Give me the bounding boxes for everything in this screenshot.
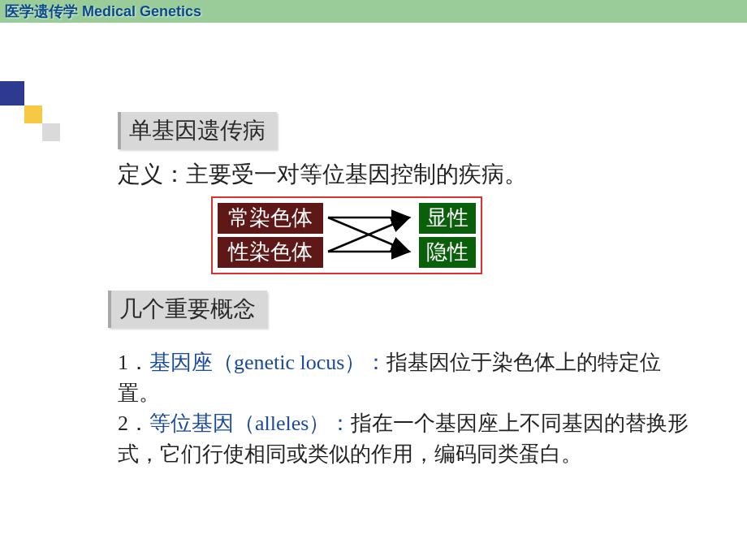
slide-content: 单基因遗传病 定义：主要受一对等位基因控制的疾病。 常染色体 性染色体 (118, 112, 686, 470)
diag-left-bottom: 性染色体 (218, 237, 323, 268)
decorative-squares (0, 81, 24, 106)
concepts-list: 1．基因座（genetic locus）：指基因位于染色体上的特定位置。 2．等… (118, 347, 702, 470)
heading-main: 单基因遗传病 (118, 112, 277, 149)
diagram-arrows (323, 201, 419, 269)
header-bar: 医学遗传学 Medical Genetics (0, 0, 747, 23)
concept1-num: 1． (118, 351, 149, 374)
definition-text: 定义：主要受一对等位基因控制的疾病。 (118, 159, 686, 190)
diag-left-top: 常染色体 (218, 203, 323, 234)
header-title-cn: 医学遗传学 (5, 3, 78, 19)
concept2-num: 2． (118, 411, 149, 435)
square-blue (0, 81, 24, 106)
heading-concepts: 几个重要概念 (108, 291, 267, 328)
diagram-box: 常染色体 性染色体 显性 隐性 (211, 196, 482, 274)
concept1-term: 基因座（genetic locus）： (149, 351, 386, 374)
square-yellow (24, 106, 42, 123)
square-gray (42, 123, 60, 141)
diag-right-bottom: 隐性 (419, 237, 476, 268)
diag-right-top: 显性 (419, 203, 476, 234)
concept2-term: 等位基因（alleles）： (149, 411, 351, 435)
header-title-en: Medical Genetics (82, 3, 201, 19)
